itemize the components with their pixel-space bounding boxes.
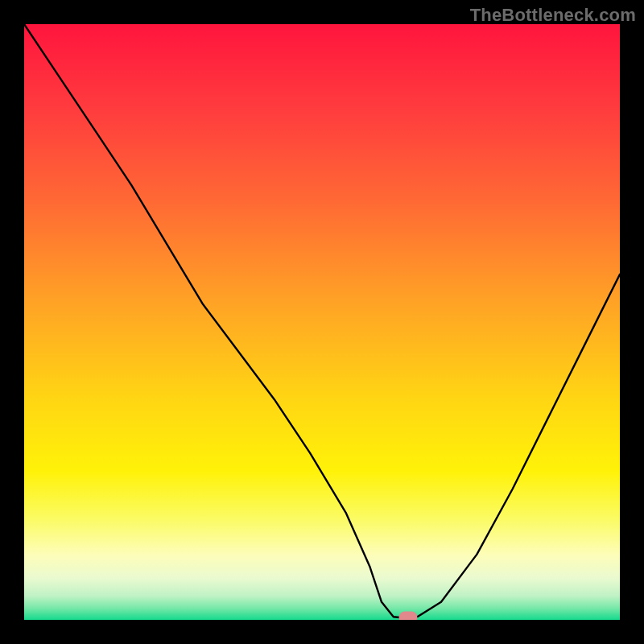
optimum-marker	[399, 612, 418, 620]
plot-area	[24, 24, 620, 620]
watermark-text: TheBottleneck.com	[470, 5, 636, 26]
bottleneck-curve	[24, 24, 620, 620]
chart-frame: TheBottleneck.com	[0, 0, 644, 644]
